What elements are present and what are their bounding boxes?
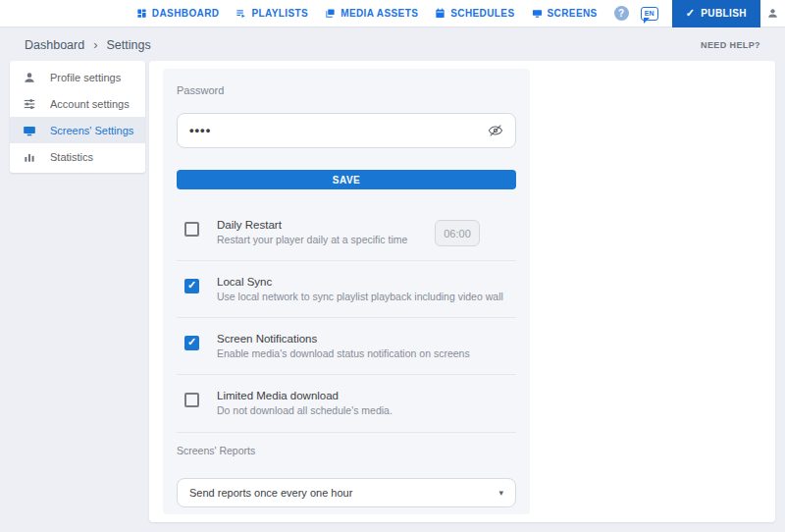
toggle-row-screen-notifications: Screen Notifications Enable media's down… (177, 317, 516, 374)
password-masked-value: •••• (189, 113, 211, 148)
nav-playlists[interactable]: PLAYLISTS (236, 8, 308, 19)
save-button[interactable]: SAVE (177, 170, 516, 189)
limited-media-download-checkbox[interactable] (184, 393, 199, 407)
nav-media-assets-label: MEDIA ASSETS (340, 8, 418, 19)
toggle-row-limited-media-download: Limited Media download Do not download a… (177, 374, 516, 431)
language-icon[interactable]: EN (641, 7, 658, 21)
toggle-description: Use local network to sync playlist playb… (217, 291, 516, 303)
daily-restart-checkbox[interactable] (184, 222, 199, 237)
sidebar-item-label: Account settings (50, 98, 130, 110)
nav-schedules[interactable]: SCHEDULES (435, 8, 514, 19)
calendar-icon (435, 8, 445, 19)
visibility-off-icon[interactable] (488, 123, 503, 138)
top-navigation-bar: DASHBOARD PLAYLISTS MEDIA ASSETS SCHEDUL… (0, 0, 785, 27)
bar-chart-icon (23, 150, 36, 164)
media-icon (325, 8, 336, 19)
person-icon (766, 7, 779, 20)
settings-panel: Password •••• SAVE Daily Restart Restart… (149, 61, 775, 522)
sidebar-item-statistics[interactable]: Statistics (10, 143, 145, 170)
toggle-text: Local Sync Use local network to sync pla… (217, 276, 516, 303)
toggle-text: Limited Media download Do not download a… (217, 390, 516, 417)
daily-restart-time-input[interactable]: 06:00 (435, 220, 480, 246)
toggle-text: Daily Restart Restart your player daily … (217, 219, 433, 246)
playlist-icon (236, 8, 246, 19)
nav-screens-label: SCREENS (548, 8, 598, 19)
nav-dashboard[interactable]: DASHBOARD (136, 8, 220, 19)
sidebar-item-label: Profile settings (50, 72, 121, 83)
toggle-title: Limited Media download (217, 390, 516, 401)
screen-notifications-checkbox[interactable] (184, 336, 199, 350)
toggle-description: Do not download all schedule's media. (217, 404, 516, 417)
screens-reports-label: Screens' Reports (177, 432, 516, 456)
nav-screens[interactable]: SCREENS (532, 8, 598, 19)
breadcrumb: Dashboard › Settings (25, 37, 151, 52)
chevron-right-icon: › (93, 37, 97, 52)
chevron-down-icon: ▾ (498, 488, 503, 498)
person-icon (23, 71, 36, 84)
screens-settings-form: Password •••• SAVE Daily Restart Restart… (163, 69, 530, 514)
app-window: DASHBOARD PLAYLISTS MEDIA ASSETS SCHEDUL… (0, 0, 785, 532)
screen-icon (532, 8, 543, 19)
screen-icon (23, 124, 36, 137)
dashboard-icon (136, 8, 147, 19)
sidebar-item-label: Statistics (50, 151, 93, 163)
sidebar-item-screens-settings[interactable]: Screens' Settings (10, 117, 145, 143)
toggle-description: Enable media's download status notificat… (217, 347, 516, 360)
nav-playlists-label: PLAYLISTS (251, 8, 308, 19)
nav-dashboard-label: DASHBOARD (152, 8, 220, 19)
tune-icon (23, 97, 36, 111)
toggle-text: Screen Notifications Enable media's down… (217, 333, 516, 360)
breadcrumb-bar: Dashboard › Settings NEED HELP? (0, 28, 785, 61)
nav-schedules-label: SCHEDULES (450, 8, 514, 19)
toggle-title: Local Sync (217, 276, 516, 288)
publish-button-label: PUBLISH (701, 8, 747, 19)
reports-frequency-select[interactable]: Send reports once every one hour ▾ (177, 478, 516, 507)
check-icon: ✓ (686, 7, 696, 20)
local-sync-checkbox[interactable] (184, 279, 199, 293)
toggle-row-daily-restart: Daily Restart Restart your player daily … (177, 204, 516, 260)
toggle-title: Daily Restart (217, 219, 433, 231)
password-input[interactable]: •••• (177, 113, 516, 148)
help-icon[interactable]: ? (614, 6, 629, 21)
settings-sidebar: Profile settings Account settings Screen… (10, 61, 145, 173)
sidebar-item-account-settings[interactable]: Account settings (10, 90, 145, 117)
toggle-description: Restart your player daily at a specific … (217, 234, 433, 246)
sidebar-item-label: Screens' Settings (50, 125, 133, 136)
need-help-link[interactable]: NEED HELP? (701, 40, 760, 50)
publish-button[interactable]: ✓ PUBLISH (672, 0, 760, 27)
breadcrumb-settings[interactable]: Settings (107, 38, 151, 52)
breadcrumb-dashboard[interactable]: Dashboard (25, 38, 84, 52)
user-avatar[interactable] (760, 7, 785, 20)
reports-frequency-value: Send reports once every one hour (189, 487, 352, 499)
toggle-row-local-sync: Local Sync Use local network to sync pla… (177, 260, 516, 317)
nav-media-assets[interactable]: MEDIA ASSETS (325, 8, 418, 19)
password-label: Password (177, 69, 516, 96)
toggle-title: Screen Notifications (217, 333, 516, 345)
sidebar-item-profile-settings[interactable]: Profile settings (10, 64, 145, 90)
